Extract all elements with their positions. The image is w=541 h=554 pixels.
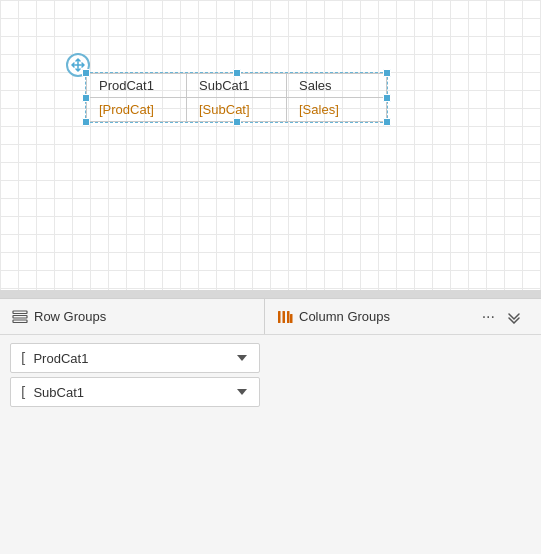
- handle-bottom-middle[interactable]: [233, 118, 241, 126]
- chevron-down-icon: [237, 355, 247, 361]
- table-header-row: ProdCat1 SubCat1 Sales: [87, 74, 387, 98]
- group-label-subcat: SubCat1: [33, 385, 233, 400]
- group-dropdown-prodcat[interactable]: [233, 353, 251, 363]
- handle-bottom-left[interactable]: [82, 118, 90, 126]
- more-options-button[interactable]: ···: [478, 306, 499, 328]
- column-groups-section: Column Groups ···: [265, 299, 541, 334]
- handle-middle-left[interactable]: [82, 94, 90, 102]
- group-item-subcat[interactable]: [ SubCat1: [10, 377, 260, 407]
- collapse-button[interactable]: [503, 308, 525, 326]
- handle-middle-right[interactable]: [383, 94, 391, 102]
- row-groups-icon: [12, 310, 28, 324]
- header-cell-sales: Sales: [287, 74, 387, 98]
- report-canvas: ProdCat1 SubCat1 Sales [ProdCat] [SubCat…: [0, 0, 541, 290]
- row-groups-section: Row Groups: [0, 299, 265, 334]
- chevron-down-icon-2: [237, 389, 247, 395]
- svg-rect-4: [283, 311, 286, 323]
- svg-rect-6: [290, 314, 293, 323]
- panel-header: Row Groups Column Groups ···: [0, 299, 541, 335]
- panel-separator: [0, 290, 541, 298]
- svg-rect-5: [287, 311, 290, 323]
- column-groups-title: Column Groups: [299, 309, 390, 324]
- svg-rect-2: [13, 320, 27, 323]
- group-dropdown-subcat[interactable]: [233, 387, 251, 397]
- header-cell-prodcat: ProdCat1: [87, 74, 187, 98]
- column-groups-icon: [277, 310, 293, 324]
- group-label-prodcat: ProdCat1: [33, 351, 233, 366]
- column-groups-content: [268, 343, 531, 554]
- data-cell-prodcat: [ProdCat]: [87, 98, 187, 122]
- handle-top-middle[interactable]: [233, 69, 241, 77]
- table-selection-container[interactable]: ProdCat1 SubCat1 Sales [ProdCat] [SubCat…: [85, 72, 388, 123]
- panel-actions: ···: [478, 306, 525, 328]
- bracket-icon-subcat: [: [19, 384, 27, 400]
- panel-content: [ ProdCat1 [ SubCat1: [0, 335, 541, 554]
- report-table: ProdCat1 SubCat1 Sales [ProdCat] [SubCat…: [86, 73, 387, 122]
- row-groups-title: Row Groups: [34, 309, 106, 324]
- handle-top-left[interactable]: [82, 69, 90, 77]
- handle-bottom-right[interactable]: [383, 118, 391, 126]
- group-item-prodcat[interactable]: [ ProdCat1: [10, 343, 260, 373]
- handle-top-right[interactable]: [383, 69, 391, 77]
- bottom-panel: Row Groups Column Groups ···: [0, 298, 541, 554]
- data-cell-sales: [Sales]: [287, 98, 387, 122]
- svg-rect-3: [278, 311, 281, 323]
- row-groups-list: [ ProdCat1 [ SubCat1: [10, 343, 260, 554]
- svg-rect-1: [13, 315, 27, 318]
- grid-background: [0, 0, 541, 290]
- header-cell-subcat: SubCat1: [187, 74, 287, 98]
- svg-rect-0: [13, 311, 27, 314]
- bracket-icon-prodcat: [: [19, 350, 27, 366]
